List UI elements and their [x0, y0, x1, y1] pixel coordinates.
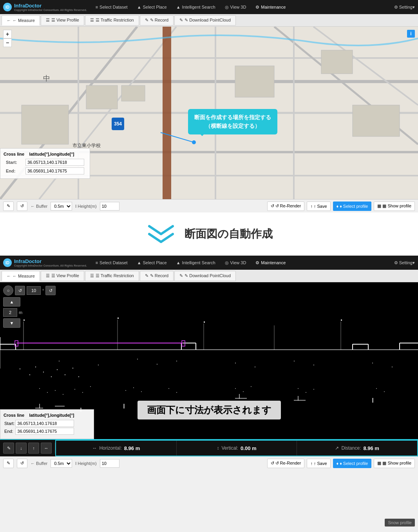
- measure-icon: ←: [7, 18, 11, 23]
- map-info-icon[interactable]: i: [407, 30, 415, 38]
- pc-crossline-title: Cross line: [4, 413, 24, 418]
- pencil-button[interactable]: ✎: [3, 202, 14, 211]
- mbar-pencil-button[interactable]: ✎: [3, 443, 14, 454]
- svg-rect-81: [376, 388, 377, 389]
- tab-measure-bottom[interactable]: ← ← Measure: [2, 271, 40, 281]
- bottom-nav-view-3d[interactable]: ◎ View 3D: [221, 259, 250, 267]
- height-label: I Height(m): [75, 204, 96, 209]
- pc-show-profile-button[interactable]: ▦ ▦ Show profile Snow profile: [374, 459, 415, 468]
- mbar-arrow-button[interactable]: ↔: [41, 443, 52, 454]
- bottom-nav-intelligent-search[interactable]: ▲ Intelligent Search: [172, 259, 219, 267]
- tab-view-profile-top[interactable]: ☰ ☰ View Profile: [41, 15, 84, 25]
- svg-rect-40: [65, 374, 65, 375]
- map-city-label: 中: [43, 74, 50, 83]
- view-profile-icon: ☰: [46, 18, 50, 23]
- pc-angle-input[interactable]: [27, 286, 41, 295]
- pc-pencil-icon: ✎: [7, 461, 10, 466]
- svg-rect-64: [47, 392, 48, 393]
- svg-rect-75: [235, 388, 236, 389]
- tab-record-top[interactable]: ✎ ✎ Record: [140, 15, 174, 25]
- download-icon: ✎: [179, 18, 183, 23]
- nav-view-3d[interactable]: ◎ View 3D: [221, 3, 250, 11]
- pc-select-profile-button[interactable]: ♦ ♦ Select profile: [333, 459, 372, 468]
- b-view-profile-icon: ☰: [46, 273, 50, 278]
- svg-rect-72: [141, 391, 142, 392]
- svg-rect-60: [313, 365, 314, 365]
- pc-circle-button[interactable]: ○: [3, 285, 13, 296]
- pc-height-label: I Height(m): [75, 461, 96, 466]
- pc-refresh-button[interactable]: ↺: [15, 286, 25, 295]
- pc-crossline-latlon: latitude[°],longitude[°]: [29, 413, 74, 418]
- settings-menu[interactable]: ⚙ Setting▾: [394, 5, 415, 10]
- re-render-button[interactable]: ↺ ↺ Re-Render: [267, 202, 305, 211]
- pc-end-input[interactable]: [15, 428, 74, 435]
- bottom-brand: ID InfraDoctor Copyright InfraDoctor Con…: [3, 258, 87, 267]
- svg-rect-16: [235, 66, 274, 97]
- height-input[interactable]: [100, 202, 119, 211]
- svg-rect-57: [235, 363, 236, 363]
- buffer-select[interactable]: 0.5m 1.0m: [51, 202, 72, 211]
- tab-download-bottom[interactable]: ✎ ✎ Download PointCloud: [174, 271, 236, 281]
- top-nav-items: ≡ Select Dataset ▲ Select Place ▲ Intell…: [92, 3, 389, 11]
- brand-subtitle: Copyright InfraDoctor Consortium. All Ri…: [14, 9, 87, 11]
- svg-line-8: [274, 27, 418, 144]
- maintenance-icon: ⚙: [255, 5, 259, 10]
- pc-refresh-btn[interactable]: ↺: [17, 459, 27, 468]
- svg-rect-76: [243, 391, 244, 392]
- bottom-nav-select-place[interactable]: ▲ Select Place: [133, 259, 171, 267]
- bottom-brand-subtitle: Copyright InfraDoctor Consortium. All Ri…: [14, 264, 87, 267]
- pc-height-input[interactable]: [100, 459, 119, 468]
- zoom-out-button[interactable]: −: [3, 38, 12, 47]
- zoom-in-button[interactable]: +: [3, 30, 12, 38]
- show-profile-button[interactable]: ▦ ▦ Show profile: [374, 202, 415, 211]
- svg-rect-54: [137, 359, 138, 360]
- pc-pencil-button[interactable]: ✎: [3, 459, 14, 468]
- pc-reset-button[interactable]: ↺: [45, 286, 56, 295]
- crossline-start-input[interactable]: [25, 159, 84, 166]
- pc-buffer-select[interactable]: 0.5m 1.0m: [51, 459, 72, 468]
- brand: ID InfraDoctor Copyright InfraDoctor Con…: [3, 3, 87, 11]
- pc-re-render-icon: ↺: [271, 461, 274, 466]
- bottom-nav-select-dataset[interactable]: ≡ Select Dataset: [92, 259, 132, 267]
- svg-rect-73: [168, 388, 169, 389]
- pc-save-icon: ↑: [310, 461, 313, 466]
- pc-start-input[interactable]: [15, 420, 74, 427]
- bottom-settings-menu[interactable]: ⚙ Setting▾: [394, 260, 415, 265]
- mbar-down-button[interactable]: ↓: [16, 443, 27, 454]
- nav-maintenance[interactable]: ⚙ Maintenance: [252, 3, 290, 11]
- pc-save-button[interactable]: ↑ ↑ Save: [307, 459, 330, 468]
- svg-rect-55: [157, 364, 157, 365]
- nav-intelligent-search[interactable]: ▲ Intelligent Search: [172, 3, 219, 11]
- crossline-end-input[interactable]: [25, 167, 84, 174]
- nav-select-dataset[interactable]: ≡ Select Dataset: [92, 3, 132, 11]
- pc-degree-symbol: °: [42, 288, 44, 293]
- bottom-tabbar: ← ← Measure ☰ ☰ View Profile ☰ ☰ Traffic…: [0, 270, 418, 282]
- bottom-nav-maintenance[interactable]: ⚙ Maintenance: [252, 259, 290, 267]
- tab-traffic-restriction-top[interactable]: ☰ ☰ Traffic Restriction: [85, 15, 139, 25]
- svg-rect-56: [176, 361, 177, 361]
- svg-rect-96: [372, 398, 373, 403]
- pointcloud-container[interactable]: ○ ↺ ° ↺ ▲ m ▼: [0, 282, 418, 439]
- pc-re-render-button[interactable]: ↺ ↺ Re-Render: [267, 459, 305, 468]
- pc-m-input[interactable]: [3, 308, 17, 317]
- svg-rect-50: [204, 321, 205, 323]
- vertical-label: Vertical:: [221, 445, 238, 451]
- svg-rect-17: [321, 50, 353, 74]
- nav-select-place[interactable]: ▲ Select Place: [133, 3, 171, 11]
- pc-up-button[interactable]: ▲: [3, 297, 20, 307]
- svg-rect-18: [353, 105, 400, 136]
- tab-measure-top[interactable]: ← ← Measure: [2, 15, 40, 25]
- map-container[interactable]: 中 市立東小学校 354 断面を作成する場所を指定する （横断線を設定する） i…: [0, 27, 418, 199]
- tab-traffic-restriction-bottom[interactable]: ☰ ☰ Traffic Restriction: [85, 271, 139, 281]
- tab-download-top[interactable]: ✎ ✎ Download PointCloud: [174, 15, 236, 25]
- refresh-button[interactable]: ↺: [17, 202, 27, 211]
- tab-record-bottom[interactable]: ✎ ✎ Record: [140, 271, 174, 281]
- mbar-up-button[interactable]: ↑: [28, 443, 39, 454]
- tab-view-profile-bottom[interactable]: ☰ ☰ View Profile: [41, 271, 84, 281]
- svg-rect-51: [341, 320, 342, 321]
- pc-down-button[interactable]: ▼: [3, 318, 20, 328]
- svg-rect-58: [255, 367, 255, 367]
- select-profile-button[interactable]: ♦ ♦ Select profile: [333, 202, 372, 211]
- svg-rect-92: [235, 398, 247, 399]
- save-button-map[interactable]: ↑ ↑ Save: [307, 202, 330, 211]
